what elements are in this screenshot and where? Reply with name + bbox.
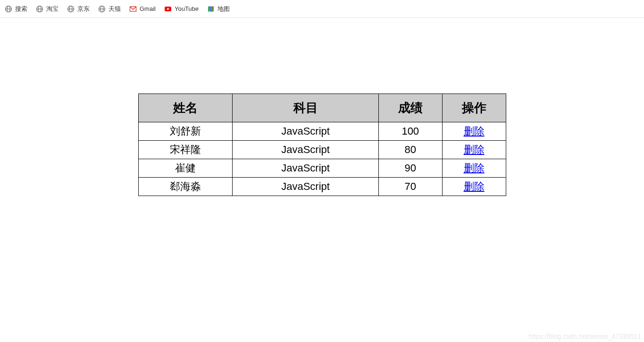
globe-icon [98, 5, 106, 13]
bookmark-item-tmall[interactable]: 天猫 [98, 5, 121, 13]
delete-link[interactable]: 删除 [464, 144, 485, 155]
cell-subject: JavaScript [233, 141, 379, 159]
header-name: 姓名 [138, 94, 233, 122]
delete-link[interactable]: 删除 [464, 180, 485, 192]
cell-action: 删除 [442, 141, 506, 159]
table-row: 宋祥隆 JavaScript 80 删除 [138, 141, 506, 159]
bookmark-item-search[interactable]: 搜索 [5, 5, 27, 13]
bookmark-label: Gmail [140, 5, 156, 12]
bookmark-item-jd[interactable]: 京东 [67, 5, 90, 13]
table-row: 刘舒新 JavaScript 100 删除 [138, 122, 506, 141]
header-score: 成绩 [378, 94, 442, 122]
bookmark-item-youtube[interactable]: YouTube [164, 5, 199, 13]
cell-subject: JavaScript [233, 122, 379, 141]
youtube-icon [164, 5, 172, 13]
cell-subject: JavaScript [233, 159, 379, 178]
bookmark-label: 淘宝 [46, 5, 59, 13]
cell-name: 崔健 [138, 159, 233, 178]
svg-point-17 [211, 6, 214, 9]
bookmark-bar: 搜索 淘宝 京东 天猫 Gmail YouTube 地图 [0, 0, 644, 18]
bookmark-label: 京东 [77, 5, 90, 13]
cell-score: 100 [378, 122, 442, 141]
bookmark-label: YouTube [175, 5, 199, 12]
header-subject: 科目 [233, 94, 379, 122]
table-row: 郄海淼 JavaScript 70 删除 [138, 178, 506, 196]
cell-name: 宋祥隆 [138, 141, 233, 159]
content-area: 姓名 科目 成绩 操作 刘舒新 JavaScript 100 删除 宋祥隆 Ja… [0, 18, 644, 196]
header-action: 操作 [442, 94, 506, 122]
delete-link[interactable]: 删除 [464, 125, 485, 137]
bookmark-item-gmail[interactable]: Gmail [129, 5, 156, 13]
cell-name: 刘舒新 [138, 122, 233, 141]
cell-name: 郄海淼 [138, 178, 233, 196]
cell-action: 删除 [442, 122, 506, 141]
table-header-row: 姓名 科目 成绩 操作 [138, 94, 506, 122]
globe-icon [5, 5, 12, 13]
globe-icon [67, 5, 75, 13]
cell-action: 删除 [442, 178, 506, 196]
cell-score: 80 [378, 141, 442, 159]
watermark: https://blog.csdn.net/weixin_47339511 [529, 333, 641, 340]
table-row: 崔健 JavaScript 90 删除 [138, 159, 506, 178]
cell-score: 90 [378, 159, 442, 178]
score-table: 姓名 科目 成绩 操作 刘舒新 JavaScript 100 删除 宋祥隆 Ja… [138, 94, 506, 196]
bookmark-item-taobao[interactable]: 淘宝 [36, 5, 59, 13]
maps-icon [207, 5, 215, 13]
cell-action: 删除 [442, 159, 506, 178]
bookmark-label: 搜索 [15, 5, 27, 13]
delete-link[interactable]: 删除 [464, 162, 485, 174]
globe-icon [36, 5, 43, 13]
gmail-icon [129, 5, 137, 13]
cell-score: 70 [378, 178, 442, 196]
bookmark-label: 天猫 [109, 5, 121, 13]
bookmark-item-maps[interactable]: 地图 [207, 5, 230, 13]
bookmark-label: 地图 [217, 5, 230, 13]
cell-subject: JavaScript [233, 178, 379, 196]
